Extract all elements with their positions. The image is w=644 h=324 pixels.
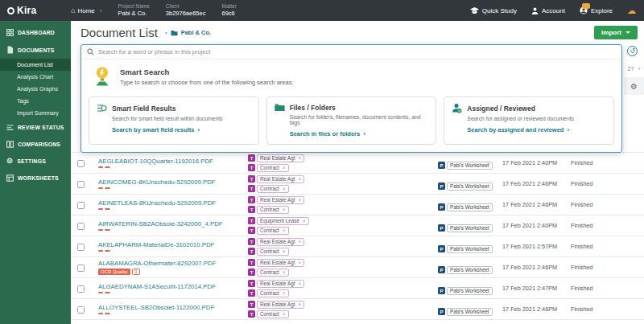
worksheet-badge[interactable]: P Pabi's Worksheet [438,245,493,253]
sidebar-item-review-status[interactable]: REVIEW STATUS [0,119,71,136]
review-status: Finished [571,264,644,271]
tag-remove-icon[interactable]: × [283,186,286,191]
sidebar-item-document-list[interactable]: Document List [0,59,71,71]
row-checkbox[interactable] [77,265,85,272]
tag-label: Contract [260,311,279,317]
worksheet-badge[interactable]: P Pabi's Worksheet [438,308,493,316]
sidebar-item-documents[interactable]: DOCUMENTS [0,41,71,59]
breadcrumb[interactable]: • Pabi & Co. [165,29,211,36]
smart-field-results-card[interactable]: Smart Field Results Search for smart fie… [89,96,259,145]
row-checkbox[interactable] [77,202,85,209]
tag-remove-icon[interactable]: × [283,207,286,212]
tag-remove-icon[interactable]: × [283,228,286,233]
cloud-upload-icon[interactable]: ☁ [627,6,636,16]
document-link[interactable]: AEGLEABIOT-10QQuarter-1192016.PDF [98,158,248,165]
sidebar-item-tags[interactable]: Tags [0,95,71,107]
document-link[interactable]: ALLOYSTEEL-SB2Obsolet-1122000.PDF [98,304,248,311]
sidebar-item-comparisons[interactable]: COMPARISONS [0,136,71,153]
tag-remove-icon[interactable]: × [298,260,301,265]
tag-remove-icon[interactable]: × [283,311,286,317]
document-link[interactable]: AEINETLEAS-8KUnschedu-5292009.PDF [98,199,248,207]
page-number[interactable]: 27 [628,66,634,72]
tag-remove-icon[interactable]: × [298,239,301,244]
smart-field-card-link[interactable]: Search by smart field results › [112,126,251,133]
tag-remove-icon[interactable]: × [283,248,286,254]
tag-remove-icon[interactable]: × [298,176,301,182]
quick-study-label: Quick Study [482,7,517,14]
document-link[interactable]: ALABAMAGRA-Othermater-8292007.PDF [98,260,248,267]
next-page-icon[interactable]: › [638,66,640,72]
search-history-icon[interactable]: ↺ [627,46,638,56]
row-checkbox[interactable] [77,160,85,167]
tag-label: Contract [260,269,279,275]
worksheet-badge[interactable]: P Pabi's Worksheet [438,183,493,191]
sidebar-item-import-summary[interactable]: Import Summary [0,107,71,119]
assigned-reviewed-card[interactable]: Assigned / Reviewed Search for assigned … [444,96,614,145]
sidebar-item-dashboard[interactable]: DASHBOARD [0,24,71,41]
top-bar: Kira ⌂ Home › Project Name Pabi & Co. Cl… [0,0,644,21]
kira-logo[interactable]: Kira [0,5,71,16]
imported-date: 17 Feb 2021 2:46PM [502,180,571,187]
tag-remove-icon[interactable]: × [298,155,301,161]
row-checkbox[interactable] [77,285,85,293]
tag-remove-icon[interactable]: × [283,269,286,275]
sidebar-label-settings: SETTINGS [17,158,46,164]
worksheet-badge[interactable]: P Pabi's Worksheet [438,224,493,232]
document-link[interactable]: AEINCOMEG-8KUnschedu-5292009.PDF [98,178,248,186]
worksheet-badge[interactable]: P Pabi's Worksheet [438,162,493,170]
document-tag: TContract× [248,269,438,277]
ocr-quality-value [105,292,110,293]
search-input[interactable] [98,48,616,55]
tag-label: Contract [260,290,279,296]
tag-type-icon: T [248,289,255,297]
tag-remove-icon[interactable]: × [283,290,286,296]
sidebar-item-settings[interactable]: ⚙ SETTINGS [0,153,71,170]
tag-list: TReal Estate Agt×TContract× [248,301,438,318]
tag-pill: Real Estate Agt× [257,196,304,204]
review-status: Finished [571,285,644,292]
table-row: AIRWATERIN-SB2AObsole-3242000_4.PDF TEqu… [71,215,644,236]
row-checkbox[interactable] [77,244,85,251]
tag-remove-icon[interactable]: × [303,218,306,224]
search-bar[interactable] [81,45,621,59]
client-meta: Client 3b2976ae65ec [166,3,206,18]
table-settings-button[interactable]: ⚙ [624,77,644,95]
tag-remove-icon[interactable]: × [283,165,286,170]
row-checkbox[interactable] [77,223,85,230]
assigned-reviewed-card-link[interactable]: Search by assigned and reviewed › [467,126,606,133]
link-arrow-icon: › [567,126,569,133]
tag-remove-icon[interactable]: × [298,281,301,286]
account-button[interactable]: Account [531,7,565,14]
worksheet-badge[interactable]: P Pabi's Worksheet [438,287,493,295]
home-link[interactable]: ⌂ Home › [71,6,101,14]
table-row: ALABAMAGRA-Othermater-8292007.PDF OCR Qu… [71,257,644,278]
quick-study-button[interactable]: Quick Study [470,7,517,14]
ocr-quality-line [98,250,248,252]
ocr-quality-label [98,208,103,210]
comparisons-icon [6,141,14,148]
files-folders-card[interactable]: Files / Folders Search for folders, file… [266,96,437,145]
row-checkbox[interactable] [77,306,85,314]
tag-remove-icon[interactable]: × [298,197,301,203]
import-button[interactable]: Import [594,26,638,39]
document-tag: TContract× [248,206,438,214]
tag-type-icon: T [248,185,255,192]
worksheet-icon: P [438,287,445,294]
folder-icon [171,30,178,36]
document-link[interactable]: AKELAPHARM-MaterialDe-3102010.PDF [98,241,248,248]
document-link[interactable]: AIRWATERIN-SB2AObsole-3242000_4.PDF [98,220,248,228]
document-link[interactable]: ALGAEDYNAM-S1ASecurit-1172014.PDF [98,283,248,290]
files-folders-card-link[interactable]: Search in files or folders › [290,130,429,137]
sidebar-item-analysis-graphs[interactable]: Analysis Graphs [0,83,71,95]
worksheet-badge[interactable]: P Pabi's Worksheet [438,203,493,211]
row-checkbox[interactable] [77,181,85,188]
sidebar-item-worksheets[interactable]: WORKSHEETS [0,170,71,187]
document-tag: TReal Estate Agt× [248,196,438,204]
explore-button[interactable]: Explore [580,6,613,14]
document-tag: TReal Estate Agt× [248,259,438,267]
tag-remove-icon[interactable]: × [298,301,301,307]
sidebar-item-analysis-chart[interactable]: Analysis Chart [0,71,71,83]
worksheet-badge[interactable]: P Pabi's Worksheet [438,266,493,274]
review-status: Finished [571,180,644,187]
link-arrow-icon: › [198,126,200,133]
